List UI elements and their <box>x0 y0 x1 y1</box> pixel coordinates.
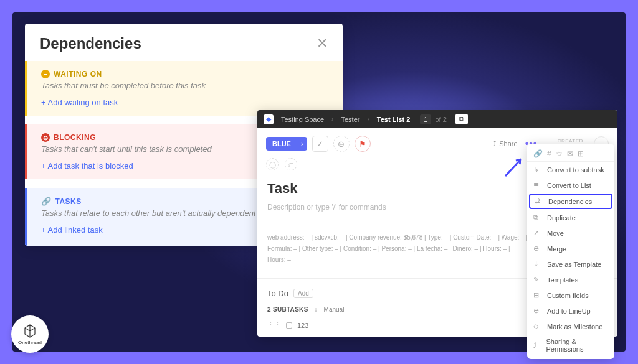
breadcrumb-bar: ◆ Testing Space › Tester › Test List 2 1… <box>257 110 617 128</box>
fields-icon: ⊞ <box>533 291 542 299</box>
subtask-icon: ↳ <box>533 166 542 174</box>
assignee-avatar[interactable]: ⊕ <box>333 136 350 152</box>
chevron-right-icon: › <box>367 116 369 123</box>
page-of: of 2 <box>435 116 446 123</box>
templates-item[interactable]: ✎Templates <box>527 272 614 287</box>
waiting-on-desc: Tasks that must be completed before this… <box>41 81 329 90</box>
convert-list-item[interactable]: ≣Convert to List <box>527 177 614 193</box>
link-icon: 🔗 <box>41 197 52 206</box>
status-button[interactable]: BLUE <box>266 137 297 151</box>
duplicate-item[interactable]: ⧉Duplicate <box>527 210 614 225</box>
close-icon[interactable]: ✕ <box>317 35 328 52</box>
merge-icon: ⊕ <box>533 245 542 253</box>
list-icon: ≣ <box>533 181 542 189</box>
waiting-on-section: –WAITING ON Tasks that must be completed… <box>25 61 343 116</box>
chevron-right-icon: › <box>331 116 333 123</box>
convert-subtask-item[interactable]: ↳Convert to subtask <box>527 162 614 177</box>
add-waiting-task-button[interactable]: + Add waiting on task <box>41 98 329 107</box>
save-template-item[interactable]: ⤓Save as Template <box>527 256 614 272</box>
tag-icon[interactable]: 🏷 <box>285 158 297 170</box>
breadcrumb-folder[interactable]: Tester <box>337 114 363 124</box>
breadcrumb-space[interactable]: Testing Space <box>277 114 328 124</box>
drag-icon[interactable]: ⋮⋮ <box>267 321 281 329</box>
subtask-count: 2 SUBTASKS <box>267 306 308 313</box>
page-number: 1 <box>420 114 431 124</box>
breadcrumb-list[interactable]: Test List 2 <box>373 114 414 124</box>
wand-icon: ✎ <box>533 276 542 284</box>
lineup-icon: ⊕ <box>533 307 542 315</box>
move-icon: ↗ <box>533 229 542 237</box>
sort-manual[interactable]: Manual <box>324 306 345 313</box>
logo-text: Onethread <box>18 340 42 345</box>
merge-item[interactable]: ⊕Merge <box>527 241 614 256</box>
tag-icon[interactable]: ◯ <box>266 158 279 170</box>
onethread-logo: Onethread <box>11 315 49 353</box>
minus-circle-icon: – <box>41 70 50 78</box>
status-next-button[interactable]: › <box>297 137 307 151</box>
archive-icon[interactable]: ⊞ <box>578 149 584 158</box>
custom-fields-item[interactable]: ⊞Custom fields <box>527 287 614 303</box>
no-entry-icon: ⊖ <box>41 133 50 142</box>
flag-icon[interactable]: ⚑ <box>355 136 371 152</box>
share-button[interactable]: ⤴Share <box>493 140 517 147</box>
task-settings-dropdown: 🔗 # ☆ ✉ ⊞ ↳Convert to subtask ≣Convert t… <box>527 144 614 359</box>
waiting-on-tag: –WAITING ON <box>41 70 329 78</box>
add-subtask-button[interactable]: Add <box>293 289 313 298</box>
diamond-icon: ◇ <box>533 322 542 330</box>
share-icon: ⤴ <box>493 140 497 147</box>
link-icon[interactable]: 🔗 <box>533 149 543 158</box>
workspace-icon[interactable]: ◆ <box>264 114 274 124</box>
add-lineup-item[interactable]: ⊕Add to LineUp <box>527 303 614 319</box>
sharing-item[interactable]: ⤴Sharing & Permissions <box>527 334 614 357</box>
milestone-item[interactable]: ◇Mark as Milestone <box>527 319 614 334</box>
dependencies-item[interactable]: ⇄Dependencies <box>529 194 612 209</box>
mail-icon[interactable]: ✉ <box>567 149 573 158</box>
status-box[interactable] <box>286 322 292 329</box>
hash-icon[interactable]: # <box>547 149 551 158</box>
cube-icon <box>22 324 37 338</box>
star-icon[interactable]: ☆ <box>556 149 563 158</box>
new-window-icon[interactable]: ⧉ <box>455 114 468 124</box>
save-icon: ⤓ <box>533 260 542 268</box>
dependencies-title: Dependencies <box>40 35 141 52</box>
todo-label: To Do <box>267 289 288 298</box>
copy-icon: ⧉ <box>533 213 542 222</box>
subtask-name: 123 <box>297 322 308 329</box>
share-icon: ⤴ <box>533 342 541 349</box>
move-item[interactable]: ↗Move <box>527 225 614 241</box>
mini-action-row: 🔗 # ☆ ✉ ⊞ <box>527 146 614 162</box>
check-button[interactable]: ✓ <box>312 136 328 152</box>
deps-icon: ⇄ <box>535 197 543 205</box>
